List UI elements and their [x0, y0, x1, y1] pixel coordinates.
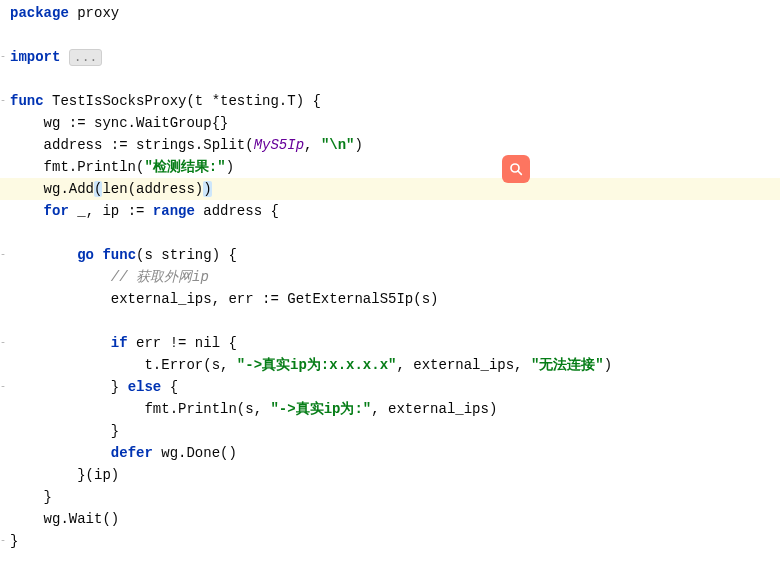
code-line [0, 68, 780, 90]
code-text: wg := sync.WaitGroup{} [10, 115, 228, 131]
code-text: } [10, 533, 18, 549]
code-line: -import ... [0, 46, 780, 68]
fold-gutter-icon[interactable]: - [0, 46, 6, 68]
code-text: _, ip := [69, 203, 153, 219]
code-text: ) [226, 159, 234, 175]
code-text: TestIsSocksProxy(t *testing.T) { [44, 93, 321, 109]
keyword-package: package [10, 5, 69, 21]
code-line [0, 310, 780, 332]
keyword-go: go [77, 247, 94, 263]
keyword-func: func [10, 93, 44, 109]
code-text: } [10, 489, 52, 505]
string-literal: "->真实ip为:" [270, 401, 371, 417]
code-text: fmt.Println( [10, 159, 144, 175]
code-line: fmt.Println("检测结果:") [0, 156, 780, 178]
code-line: defer wg.Done() [0, 442, 780, 464]
keyword-range: range [153, 203, 195, 219]
code-line: } [0, 486, 780, 508]
code-text: { [161, 379, 178, 395]
code-line: wg.Wait() [0, 508, 780, 530]
code-text: err != nil { [128, 335, 237, 351]
string-literal: "->真实ip为:x.x.x.x" [237, 357, 397, 373]
code-line: package proxy [0, 2, 780, 24]
keyword-func: func [102, 247, 136, 263]
fold-gutter-icon[interactable]: - [0, 332, 6, 354]
code-text: wg.Wait() [10, 511, 119, 527]
fold-gutter-icon[interactable]: - [0, 244, 6, 266]
code-text: , external_ips, [396, 357, 530, 373]
keyword-defer: defer [111, 445, 153, 461]
code-line [0, 24, 780, 46]
code-text: ) [354, 137, 362, 153]
keyword-import: import [10, 49, 60, 65]
code-text: wg.Done() [153, 445, 237, 461]
fold-gutter-icon[interactable]: - [0, 90, 6, 112]
keyword-else: else [128, 379, 162, 395]
code-line: wg := sync.WaitGroup{} [0, 112, 780, 134]
code-text: (s string) { [136, 247, 237, 263]
string-literal: "检测结果:" [144, 159, 225, 175]
fold-gutter-icon[interactable]: - [0, 530, 6, 552]
code-line: address := strings.Split(MyS5Ip, "\n") [0, 134, 780, 156]
code-line: -func TestIsSocksProxy(t *testing.T) { [0, 90, 780, 112]
string-literal: "无法连接" [531, 357, 604, 373]
code-line: - } else { [0, 376, 780, 398]
code-line: } [0, 420, 780, 442]
code-text: address := strings.Split( [10, 137, 254, 153]
code-line: fmt.Println(s, "->真实ip为:", external_ips) [0, 398, 780, 420]
keyword-if: if [111, 335, 128, 351]
code-line: t.Error(s, "->真实ip为:x.x.x.x", external_i… [0, 354, 780, 376]
code-text: , external_ips) [371, 401, 497, 417]
code-text: fmt.Println(s, [10, 401, 270, 417]
code-line: - if err != nil { [0, 332, 780, 354]
code-text: } [10, 379, 128, 395]
code-text: len(address) [102, 181, 203, 197]
keyword-for: for [44, 203, 69, 219]
code-text: external_ips, err := GetExternalS5Ip(s) [10, 291, 438, 307]
code-text: , [304, 137, 321, 153]
code-text: address { [195, 203, 279, 219]
folded-region[interactable]: ... [69, 49, 102, 66]
code-text: wg.Add [10, 181, 94, 197]
code-line: - go func(s string) { [0, 244, 780, 266]
code-text: } [10, 423, 119, 439]
code-text: }(ip) [10, 467, 119, 483]
fold-gutter-icon[interactable]: - [0, 376, 6, 398]
code-line: // 获取外网ip [0, 266, 780, 288]
code-line-current: wg.Add(len(address)) [0, 178, 780, 200]
search-button[interactable] [502, 155, 530, 183]
code-line: -} [0, 530, 780, 552]
code-line: for _, ip := range address { [0, 200, 780, 222]
matched-paren: ) [203, 181, 211, 197]
code-line: external_ips, err := GetExternalS5Ip(s) [0, 288, 780, 310]
string-literal: "\n" [321, 137, 355, 153]
identifier: MyS5Ip [254, 137, 304, 153]
code-line: }(ip) [0, 464, 780, 486]
comment: // 获取外网ip [111, 269, 209, 285]
code-editor[interactable]: package proxy -import ... -func TestIsSo… [0, 0, 780, 554]
package-name: proxy [69, 5, 119, 21]
code-text: t.Error(s, [10, 357, 237, 373]
code-text: ) [604, 357, 612, 373]
svg-line-1 [518, 171, 521, 174]
code-line [0, 222, 780, 244]
search-icon [508, 161, 524, 177]
